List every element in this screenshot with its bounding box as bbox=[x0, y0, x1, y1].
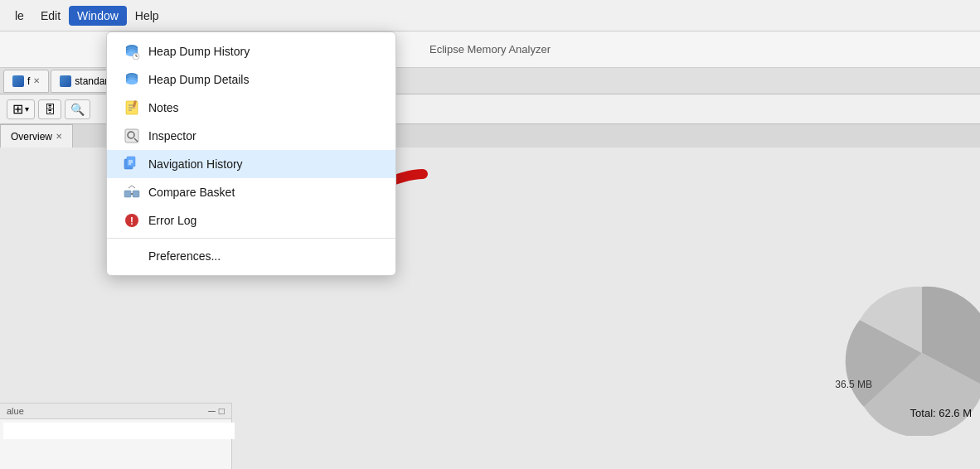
svg-rect-28 bbox=[127, 157, 135, 167]
pie-total-label: Total: 62.6 M bbox=[910, 407, 972, 419]
menu-separator bbox=[107, 238, 395, 239]
svg-text:!: ! bbox=[130, 215, 133, 227]
bottom-input[interactable] bbox=[3, 423, 235, 439]
nav-dropdown-icon: ▾ bbox=[25, 104, 29, 114]
svg-rect-33 bbox=[133, 191, 139, 197]
heap-dump-details-label: Heap Dump Details bbox=[148, 73, 249, 86]
db-button[interactable]: 🗄 bbox=[38, 99, 61, 119]
maximize-icon[interactable]: □ bbox=[219, 405, 225, 417]
compare-basket-icon bbox=[124, 184, 140, 201]
pie-size-label: 36.5 MB bbox=[835, 379, 872, 390]
inspector-icon bbox=[124, 128, 140, 144]
compare-basket-label: Compare Basket bbox=[148, 186, 235, 199]
error-log-icon: ! bbox=[124, 212, 140, 229]
notes-icon bbox=[124, 99, 140, 116]
preferences-label: Preferences... bbox=[148, 249, 221, 263]
menu-item-compare-basket[interactable]: Compare Basket bbox=[107, 178, 395, 206]
nav-icon: ⊞ bbox=[12, 101, 23, 117]
menu-item-heap-dump-details[interactable]: Heap Dump Details bbox=[107, 65, 395, 94]
preferences-icon bbox=[124, 248, 140, 264]
bottom-panel: alue ─ □ bbox=[0, 403, 232, 469]
menu-edit[interactable]: Edit bbox=[32, 6, 69, 26]
dropdown-menu: Heap Dump History Heap Dump Details bbox=[106, 31, 396, 276]
heap-dump-history-label: Heap Dump History bbox=[148, 45, 250, 58]
menu-le[interactable]: le bbox=[7, 6, 32, 26]
tab-overview-label: Overview bbox=[11, 131, 52, 143]
menu-item-preferences[interactable]: Preferences... bbox=[107, 242, 395, 270]
tab-f-icon bbox=[12, 75, 24, 87]
tab-hprof-icon bbox=[60, 75, 71, 87]
bottom-panel-header: alue ─ □ bbox=[0, 404, 231, 419]
tab-overview[interactable]: Overview ✕ bbox=[0, 124, 73, 147]
inspector-label: Inspector bbox=[148, 129, 196, 143]
menu-item-notes[interactable]: Notes bbox=[107, 94, 395, 122]
app-title: Eclipse Memory Analyzer bbox=[429, 43, 551, 56]
nav-action-button[interactable]: ⊞ ▾ bbox=[7, 99, 35, 119]
db-icon: 🗄 bbox=[44, 103, 56, 116]
search-button[interactable]: 🔍 bbox=[65, 99, 90, 119]
menu-item-inspector[interactable]: Inspector bbox=[107, 122, 395, 150]
notes-label: Notes bbox=[148, 101, 179, 114]
navigation-history-label: Navigation History bbox=[148, 157, 243, 171]
tab-overview-close[interactable]: ✕ bbox=[56, 132, 62, 141]
navigation-history-icon bbox=[124, 156, 140, 172]
heap-dump-history-icon bbox=[124, 43, 140, 60]
menu-item-navigation-history[interactable]: Navigation History bbox=[107, 150, 395, 178]
search-icon: 🔍 bbox=[70, 103, 85, 116]
bottom-panel-label: alue bbox=[7, 406, 24, 416]
window-menu-dropdown: Heap Dump History Heap Dump Details bbox=[106, 0, 396, 276]
svg-rect-32 bbox=[124, 191, 131, 197]
menu-item-heap-dump-history[interactable]: Heap Dump History bbox=[107, 37, 395, 65]
minimize-icon[interactable]: ─ bbox=[208, 405, 216, 417]
tab-f-close[interactable]: ✕ bbox=[33, 76, 40, 85]
error-log-label: Error Log bbox=[148, 214, 196, 227]
svg-point-17 bbox=[126, 80, 138, 85]
tab-f-label: f bbox=[27, 75, 30, 87]
heap-dump-details-icon bbox=[124, 71, 140, 88]
tab-f[interactable]: f ✕ bbox=[3, 70, 49, 93]
menu-item-error-log[interactable]: ! Error Log bbox=[107, 206, 395, 234]
